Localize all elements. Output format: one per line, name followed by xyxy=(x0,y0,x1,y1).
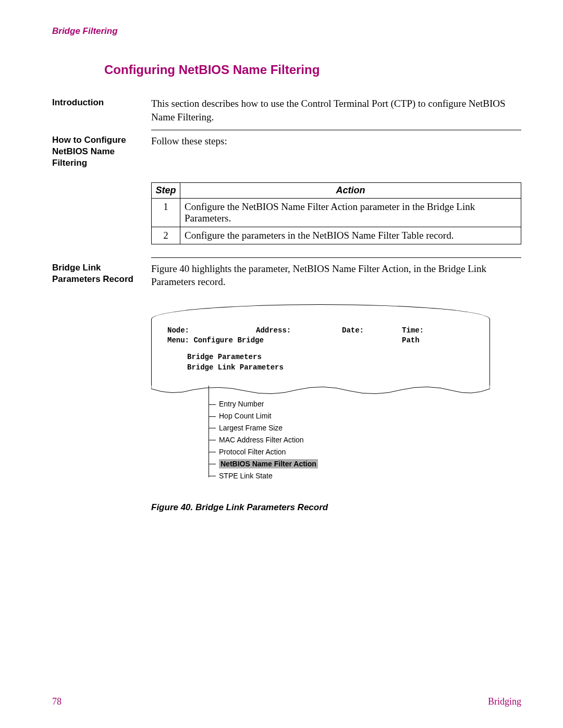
tree-item-largest-frame-size: Largest Frame Size xyxy=(209,422,490,434)
tree-item-stpe-link-state: STPE Link State xyxy=(209,470,490,482)
page-title: Configuring NetBIOS Name Filtering xyxy=(104,63,521,77)
intro-text: This section describes how to use the Co… xyxy=(151,97,521,124)
col-step-header: Step xyxy=(152,182,180,198)
steps-table: Step Action 1 Configure the NetBIOS Name… xyxy=(151,182,521,244)
chapter-name: Bridging xyxy=(488,696,521,707)
step-action: Configure the parameters in the NetBIOS … xyxy=(180,227,521,244)
torn-edge-icon xyxy=(151,386,490,398)
term-line-bridge-link-params: Bridge Link Parameters xyxy=(187,363,474,373)
table-row: 2 Configure the parameters in the NetBIO… xyxy=(152,227,521,244)
term-menu-label: Menu: Configure Bridge xyxy=(167,336,402,346)
side-label-howto: How to Configure NetBIOS Name Filtering xyxy=(52,134,141,169)
tree-item-netbios-name-filter-action: NetBIOS Name Filter Action xyxy=(209,458,490,470)
howto-text: Follow these steps: xyxy=(151,134,521,169)
term-address-label: Address: xyxy=(256,326,342,336)
section-howto: How to Configure NetBIOS Name Filtering … xyxy=(52,130,521,169)
side-label-introduction: Introduction xyxy=(52,97,141,124)
table-row: 1 Configure the NetBIOS Name Filter Acti… xyxy=(152,198,521,227)
bridgelink-text: Figure 40 highlights the parameter, NetB… xyxy=(151,262,521,289)
tree-item-hop-count-limit: Hop Count Limit xyxy=(209,410,490,422)
step-num: 2 xyxy=(152,227,180,244)
page-number: 78 xyxy=(52,696,62,707)
tree-item-protocol-filter-action: Protocol Filter Action xyxy=(209,446,490,458)
section-bridgelink: Bridge Link Parameters Record Figure 40 … xyxy=(52,258,521,289)
section-introduction: Introduction This section describes how … xyxy=(52,93,521,124)
term-date-label: Date: xyxy=(342,326,402,336)
term-path-label: Path xyxy=(402,336,420,346)
tree-item-entry-number: Entry Number xyxy=(209,398,490,410)
term-line-bridge-params: Bridge Parameters xyxy=(187,352,474,363)
parameter-tree: Entry Number Hop Count Limit Largest Fra… xyxy=(209,398,490,482)
tree-item-mac-address-filter-action: MAC Address Filter Action xyxy=(209,434,490,446)
figure-caption: Figure 40. Bridge Link Parameters Record xyxy=(151,502,521,513)
page-footer: 78 Bridging xyxy=(52,696,521,707)
side-label-bridgelink: Bridge Link Parameters Record xyxy=(52,262,141,289)
term-time-label: Time: xyxy=(402,326,424,336)
term-node-label: Node: xyxy=(167,326,256,336)
step-action: Configure the NetBIOS Name Filter Action… xyxy=(180,198,521,227)
col-action-header: Action xyxy=(180,182,521,198)
step-num: 1 xyxy=(152,198,180,227)
running-header: Bridge Filtering xyxy=(52,26,521,36)
bridge-link-diagram: Node: Address: Date: Time: Menu: Configu… xyxy=(151,304,490,482)
terminal-screen: Node: Address: Date: Time: Menu: Configu… xyxy=(151,304,490,386)
